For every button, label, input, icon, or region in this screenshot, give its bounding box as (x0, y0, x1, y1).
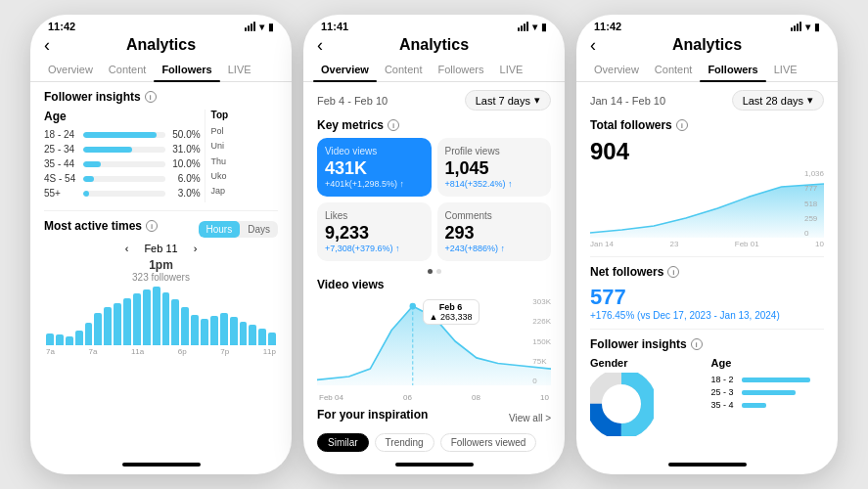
pill-followers[interactable]: Followers viewed (440, 433, 537, 452)
time-1: 11:42 (48, 21, 75, 32)
date-range-3: Jan 14 - Feb 10 (590, 95, 665, 107)
filter-button-3[interactable]: Last 28 days ▾ (732, 90, 824, 111)
follower-insights-title-1: Follower insights i (44, 90, 278, 104)
info-icon-fi3[interactable]: i (691, 338, 703, 350)
phone-3: 11:42 ▾ ▮ ‹ Analytics Overview Content F… (576, 15, 838, 474)
age-title: Age (44, 110, 201, 123)
active-date: Feb 11 (144, 243, 177, 254)
tab-followers-1[interactable]: Followers (154, 58, 219, 81)
tab-live-1[interactable]: LIVE (220, 58, 259, 81)
content-1: Follower insights i Age 18 - 24 50.0% 25… (30, 82, 292, 455)
tab-overview-3[interactable]: Overview (586, 58, 647, 81)
prev-arrow[interactable]: ‹ (125, 243, 129, 254)
key-metrics-title: Key metrics i (317, 118, 551, 132)
age-row-3: 4S - 54 6.0% (44, 173, 201, 184)
chart-x-labels-2: Feb 04060810 (317, 391, 551, 402)
toggle-days[interactable]: Days (240, 221, 278, 238)
tab-live-2[interactable]: LIVE (492, 58, 531, 81)
back-button-2[interactable]: ‹ (317, 35, 323, 56)
metric-title-0: Video views (325, 146, 424, 156)
tab-content-2[interactable]: Content (377, 58, 431, 81)
metric-card-2: Likes 9,233 +7,308(+379.6%) ↑ (317, 202, 432, 261)
phone-2: 11:41 ▾ ▮ ‹ Analytics Overview Content F… (303, 15, 565, 474)
tabs-2: Overview Content Followers LIVE (303, 58, 565, 82)
next-arrow[interactable]: › (194, 243, 198, 254)
metric-change-0: +401k(+1,298.5%) ↑ (325, 179, 424, 189)
toggle-group: Hours Days (199, 221, 278, 238)
top-section: Top PolUniThuUkoJap (205, 110, 278, 202)
metric-card-1: Profile views 1,045 +814(+352.4%) ↑ (437, 138, 552, 197)
metric-title-1: Profile views (445, 146, 544, 156)
tab-live-3[interactable]: LIVE (766, 58, 805, 81)
video-views-chart: Feb 6 ▲ 263,338 303K226K150K75K0 (317, 297, 551, 385)
video-views-title: Video views (317, 278, 551, 291)
top-list: PolUniThuUkoJap (211, 124, 278, 199)
age-mini-rows: 18 - 2 25 - 3 35 - 4 (711, 375, 825, 410)
total-followers-value: 904 (590, 138, 824, 165)
date-range: Feb 4 - Feb 10 (317, 95, 388, 107)
home-indicator-1 (30, 455, 292, 474)
tab-content-1[interactable]: Content (101, 58, 155, 81)
age-mini-section: Age 18 - 2 25 - 3 35 - 4 (711, 357, 825, 440)
nav-bar-1: ‹ Analytics (30, 34, 292, 58)
info-icon-km[interactable]: i (388, 119, 399, 131)
x-labels-1: 7a7a11a6p7p11p (44, 345, 278, 356)
age-mini-0: 18 - 2 (711, 375, 825, 384)
status-bar-1: 11:42 ▾ ▮ (30, 15, 292, 34)
status-bar-2: 11:41 ▾ ▮ (303, 15, 565, 34)
wifi-icon: ▾ (259, 22, 264, 32)
info-icon-2[interactable]: i (146, 220, 158, 232)
phone-1: 11:42 ▾ ▮ ‹ Analytics Overview Content F… (30, 15, 292, 474)
home-bar-2 (395, 463, 474, 467)
date-nav: ‹ Feb 11 › (44, 243, 278, 254)
battery-icon: ▮ (268, 22, 274, 32)
pill-similar[interactable]: Similar (317, 433, 369, 452)
chevron-down-icon: ▾ (534, 94, 540, 107)
toggle-hours[interactable]: Hours (199, 221, 241, 238)
status-icons-3: ▾ ▮ (791, 22, 820, 32)
back-button-3[interactable]: ‹ (590, 35, 596, 56)
back-button-1[interactable]: ‹ (44, 35, 50, 56)
pill-trending[interactable]: Trending (375, 433, 434, 452)
status-bar-3: 11:42 ▾ ▮ (576, 15, 838, 34)
time-3: 11:42 (594, 21, 621, 32)
content-3: Jan 14 - Feb 10 Last 28 days ▾ Total fol… (576, 82, 838, 455)
info-icon-1[interactable]: i (145, 91, 157, 103)
metric-value-1: 1,045 (445, 158, 544, 179)
metric-title-3: Comments (445, 210, 544, 221)
home-indicator-2 (303, 455, 565, 474)
page-title-1: Analytics (126, 36, 196, 54)
age-row-1: 25 - 34 31.0% (44, 144, 201, 155)
tab-followers-2[interactable]: Followers (430, 58, 491, 81)
age-row-2: 35 - 44 10.0% (44, 158, 201, 169)
view-all[interactable]: View all > (509, 413, 551, 423)
age-section: Age 18 - 24 50.0% 25 - 34 31.0% 35 - 44 (44, 110, 201, 202)
tabs-1: Overview Content Followers LIVE (30, 58, 292, 82)
page-title-3: Analytics (672, 36, 742, 54)
info-icon-nf[interactable]: i (667, 266, 679, 278)
filter-button[interactable]: Last 7 days ▾ (465, 90, 551, 111)
nav-bar-2: ‹ Analytics (303, 34, 565, 58)
chevron-down-icon-3: ▾ (807, 94, 813, 107)
wifi-icon-2: ▾ (532, 22, 537, 32)
follower-insights-title-3: Follower insights i (590, 337, 824, 351)
chart-tooltip: Feb 6 ▲ 263,338 (423, 299, 480, 325)
metric-card-0: Video views 431K +401k(+1,298.5%) ↑ (317, 138, 432, 197)
tab-followers-3[interactable]: Followers (700, 58, 765, 81)
page-title-2: Analytics (399, 36, 469, 54)
date-filter-3: Jan 14 - Feb 10 Last 28 days ▾ (590, 90, 824, 111)
battery-icon-2: ▮ (541, 22, 547, 32)
tabs-3: Overview Content Followers LIVE (576, 58, 838, 82)
dot-2 (436, 269, 441, 274)
metric-value-0: 431K (325, 158, 424, 179)
info-icon-tf[interactable]: i (676, 119, 688, 131)
status-icons-2: ▾ ▮ (518, 22, 547, 32)
filter-pills: Similar Trending Followers viewed (317, 433, 551, 452)
signal-icon-3 (791, 22, 801, 31)
tab-overview-2[interactable]: Overview (313, 58, 377, 81)
divider-3 (590, 256, 824, 257)
gender-section: Gender (590, 357, 704, 440)
tab-overview-1[interactable]: Overview (40, 58, 101, 81)
most-active-header: Most active times i Hours Days (44, 219, 278, 239)
tab-content-3[interactable]: Content (647, 58, 701, 81)
